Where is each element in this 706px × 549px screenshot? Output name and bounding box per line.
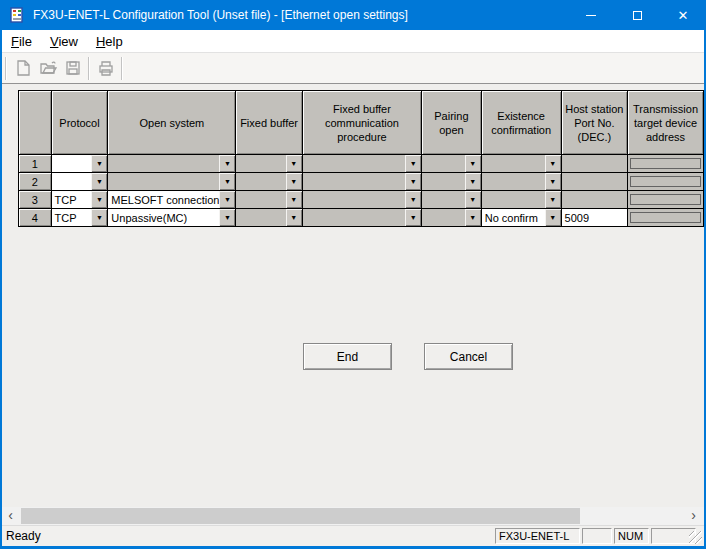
col-header-fixed-buffer-procedure: Fixed buffer communication procedure [302,91,421,155]
open-file-button[interactable] [36,57,59,80]
cell-r1-protocol[interactable]: ▼ [51,155,108,173]
cell-r2-host-port [561,173,628,191]
cell-r1-host-port [561,155,628,173]
status-bar: Ready FX3U-ENET-L NUM [2,525,704,546]
menu-file[interactable]: File [2,30,41,52]
chevron-down-icon[interactable]: ▼ [91,209,107,226]
chevron-down-icon[interactable]: ▼ [91,173,107,190]
minimize-button[interactable] [568,0,614,30]
chevron-down-icon: ▼ [405,173,421,190]
maximize-icon [633,11,642,20]
chevron-down-icon: ▼ [286,173,302,190]
status-message: Ready [6,529,41,543]
chevron-down-icon: ▼ [405,209,421,226]
cell-r3-protocol[interactable]: TCP▼ [51,191,108,209]
corner-header [19,91,52,155]
ethernet-open-settings-form: Protocol Open system Fixed buffer Fixed … [2,84,704,507]
grid-row-2: 2 ▼ ▼ ▼ ▼ ▼ ▼ [19,173,704,191]
horizontal-scrollbar[interactable]: ‹ › [2,507,704,525]
window-border-left [0,0,2,549]
scroll-left-button[interactable]: ‹ [2,507,19,525]
cell-r1-existence-confirmation: ▼ [481,155,561,173]
window-title: FX3U-ENET-L Configuration Tool (Unset fi… [33,8,408,22]
col-header-existence-confirmation: Existence confirmation [481,91,561,155]
cell-r1-fixed-buffer-procedure: ▼ [302,155,421,173]
save-button[interactable] [61,57,84,80]
chevron-down-icon: ▼ [465,173,481,190]
chevron-down-icon: ▼ [545,155,561,172]
toolbar-separator [88,57,90,80]
cell-r1-pairing-open: ▼ [422,155,482,173]
end-button[interactable]: End [303,343,392,370]
new-file-button[interactable] [11,57,34,80]
chevron-down-icon: ▼ [405,155,421,172]
cell-r3-target-address [628,191,704,209]
maximize-button[interactable] [614,0,660,30]
menu-bar: File View Help [2,30,704,53]
col-header-target-address: Transmission target device address [628,91,704,155]
chevron-down-icon[interactable]: ▼ [91,191,107,208]
close-button[interactable]: ✕ [660,0,706,30]
app-icon [9,7,25,23]
menu-help[interactable]: Help [87,30,132,52]
print-button[interactable] [94,57,117,80]
cell-r4-host-port[interactable]: 5009 [561,209,628,227]
chevron-down-icon[interactable]: ▼ [219,209,235,226]
cell-r4-existence-confirmation[interactable]: No confirm▼ [481,209,561,227]
minimize-icon [586,15,596,16]
col-header-host-port: Host station Port No. (DEC.) [561,91,628,155]
chevron-down-icon[interactable]: ▼ [545,209,561,226]
cell-r3-fixed-buffer-procedure: ▼ [302,191,421,209]
col-header-open-system: Open system [108,91,236,155]
status-device-panel: FX3U-ENET-L [495,528,580,544]
cell-r4-target-address [628,209,704,227]
status-numlock-panel: NUM [614,528,649,544]
cancel-button[interactable]: Cancel [424,343,513,370]
chevron-down-icon: ▼ [545,191,561,208]
chevron-down-icon: ▼ [465,155,481,172]
chevron-down-icon: ▼ [219,155,235,172]
chevron-down-icon[interactable]: ▼ [219,191,235,208]
cell-r2-fixed-buffer-procedure: ▼ [302,173,421,191]
row-header-1[interactable]: 1 [19,155,52,173]
scroll-right-icon: › [691,507,696,523]
row-header-3[interactable]: 3 [19,191,52,209]
cell-r4-pairing-open: ▼ [422,209,482,227]
cell-r3-existence-confirmation: ▼ [481,191,561,209]
scroll-right-button[interactable]: › [685,507,702,525]
cell-r4-protocol[interactable]: TCP▼ [51,209,108,227]
menu-view[interactable]: View [41,30,87,52]
cell-r1-target-address [628,155,704,173]
cell-r3-host-port [561,191,628,209]
grid-row-3: 3 TCP▼ MELSOFT connection▼ ▼ ▼ ▼ ▼ [19,191,704,209]
chevron-down-icon: ▼ [545,173,561,190]
chevron-down-icon: ▼ [286,191,302,208]
save-icon [64,59,82,77]
status-empty-panel [582,528,612,544]
col-header-protocol: Protocol [51,91,108,155]
grid-row-4: 4 TCP▼ Unpassive(MC)▼ ▼ ▼ ▼ No confirm▼ … [19,209,704,227]
cell-r3-pairing-open: ▼ [422,191,482,209]
chevron-down-icon[interactable]: ▼ [91,155,107,172]
chevron-down-icon: ▼ [286,209,302,226]
cell-r1-fixed-buffer: ▼ [236,155,302,173]
cell-r3-fixed-buffer: ▼ [236,191,302,209]
cell-r4-fixed-buffer-procedure: ▼ [302,209,421,227]
chevron-down-icon: ▼ [286,155,302,172]
cell-r2-protocol[interactable]: ▼ [51,173,108,191]
resize-grip-icon[interactable] [689,531,702,544]
grid-row-1: 1 ▼ ▼ ▼ ▼ ▼ ▼ [19,155,704,173]
chevron-down-icon: ▼ [465,209,481,226]
scrollbar-thumb[interactable] [21,508,580,524]
cell-r4-open-system[interactable]: Unpassive(MC)▼ [108,209,236,227]
cell-r3-open-system[interactable]: MELSOFT connection▼ [108,191,236,209]
print-icon [97,59,115,77]
row-header-2[interactable]: 2 [19,173,52,191]
cell-r2-target-address [628,173,704,191]
close-icon: ✕ [678,9,689,22]
col-header-fixed-buffer: Fixed buffer [236,91,302,155]
title-bar: FX3U-ENET-L Configuration Tool (Unset fi… [0,0,706,30]
new-file-icon [14,59,32,77]
cell-r2-pairing-open: ▼ [422,173,482,191]
row-header-4[interactable]: 4 [19,209,52,227]
